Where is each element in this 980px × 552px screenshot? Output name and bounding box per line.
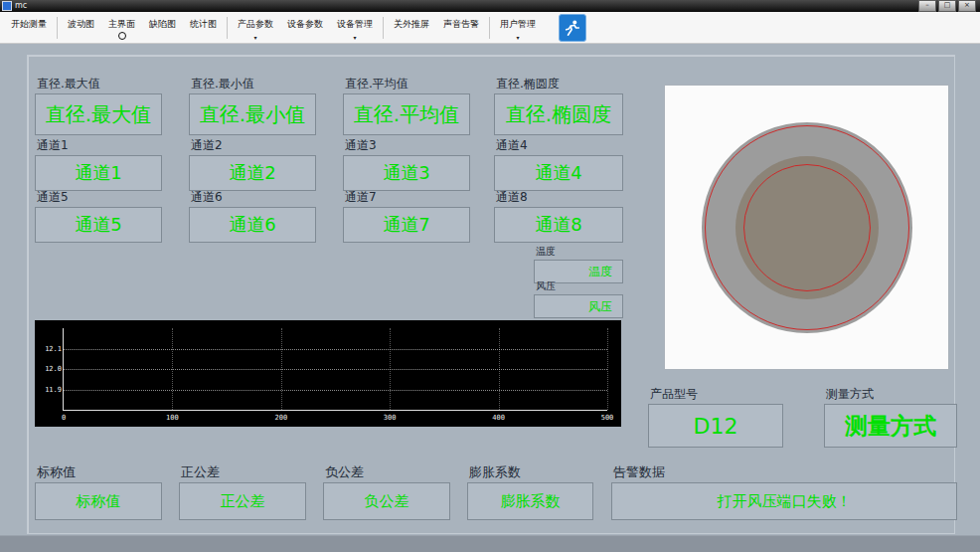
field-value-box: 通道2 [189, 155, 316, 191]
titlebar: mc – □ × [0, 0, 980, 12]
field-nominal-value: 标称值 标称值 [35, 463, 162, 520]
field-value-box: 通道4 [494, 155, 623, 191]
app-window: mc – □ × 开始测量 波动图 主界面 缺陷图 统计图 产品参数▾ 设备参数… [0, 0, 980, 552]
field-label: 通道4 [494, 137, 623, 154]
field-label: 直径.平均值 [343, 76, 470, 92]
dropdown-arrow-icon: ▾ [353, 34, 356, 41]
field-diameter-max: 直径.最大值 直径.最大值 [35, 76, 162, 135]
app-icon [2, 1, 12, 11]
dropdown-arrow-icon: ▾ [516, 34, 519, 41]
field-value-box: 标称值 [35, 482, 162, 520]
field-negative-tolerance: 负公差 负公差 [323, 463, 450, 520]
field-value-box: 负公差 [323, 482, 450, 520]
field-label: 风压 [534, 279, 623, 293]
gridline-vertical [281, 328, 282, 410]
cross-section-panel [664, 85, 949, 370]
field-expansion-coefficient: 膨胀系数 膨胀系数 [467, 463, 593, 520]
running-person-icon[interactable] [559, 14, 586, 42]
alarm-message-box: 打开风压端口失败！ [611, 482, 957, 520]
field-value-box: 通道7 [343, 207, 470, 243]
toolbar-button-main-screen[interactable]: 主界面 [101, 15, 142, 40]
field-label: 通道8 [494, 189, 623, 206]
field-label: 通道7 [343, 189, 470, 206]
field-label: 告警数据 [611, 463, 957, 481]
field-alarm-data: 告警数据 打开风压端口失败！ [611, 463, 957, 520]
inner-tolerance-ring [743, 164, 871, 291]
field-label: 产品型号 [648, 386, 783, 403]
field-value-box: D12 [648, 404, 783, 448]
toolbar-button-user-manage[interactable]: 用户管理▾ [493, 15, 543, 40]
toolbar-button-wave-chart[interactable]: 波动图 [61, 15, 101, 40]
x-axis-tick: 0 [62, 414, 66, 422]
field-label: 直径.最小值 [189, 76, 316, 92]
window-title: mc [15, 0, 27, 12]
x-axis-tick: 300 [384, 414, 397, 422]
gridline-horizontal [64, 390, 607, 391]
field-channel-4: 通道4 通道4 [494, 137, 623, 191]
gridline-vertical [390, 328, 391, 410]
y-axis-tick: 12.1 [38, 345, 62, 353]
field-value-box: 通道3 [343, 155, 470, 191]
field-positive-tolerance: 正公差 正公差 [179, 463, 306, 520]
field-diameter-avg: 直径.平均值 直径.平均值 [343, 76, 470, 135]
field-channel-5: 通道5 通道5 [35, 189, 162, 243]
field-label: 标称值 [35, 463, 162, 481]
toolbar-button-start-measure[interactable]: 开始测量 [4, 15, 54, 40]
gridline-vertical [607, 328, 608, 410]
field-channel-6: 通道6 通道6 [189, 189, 316, 243]
field-diameter-ovality: 直径.椭圆度 直径.椭圆度 [494, 76, 623, 135]
field-label: 通道2 [189, 137, 316, 154]
status-strip [0, 535, 980, 552]
field-label: 通道6 [189, 189, 316, 206]
gridline-vertical [499, 328, 500, 410]
gridline-horizontal [64, 349, 607, 350]
trend-chart: 12.1 12.0 11.9 0 100 200 300 400 500 [35, 320, 621, 427]
field-value-box: 膨胀系数 [467, 482, 593, 520]
field-value-box: 正公差 [179, 482, 306, 520]
field-value-box: 直径.平均值 [343, 93, 470, 135]
toolbar: 开始测量 波动图 主界面 缺陷图 统计图 产品参数▾ 设备参数 设备管理▾ 关外… [0, 12, 980, 44]
field-label: 膨胀系数 [467, 463, 593, 481]
chart-plot-area: 12.1 12.0 11.9 0 100 200 300 400 500 [63, 328, 607, 411]
toolbar-button-statistics-chart[interactable]: 统计图 [183, 15, 224, 40]
toolbar-button-defect-chart[interactable]: 缺陷图 [142, 15, 183, 40]
toolbar-separator [489, 17, 490, 39]
window-controls: – □ × [918, 0, 978, 12]
y-axis-tick: 12.0 [38, 365, 62, 373]
field-product-model: 产品型号 D12 [648, 386, 783, 448]
field-channel-7: 通道7 通道7 [343, 189, 470, 243]
field-channel-2: 通道2 通道2 [189, 137, 316, 191]
field-channel-1: 通道1 通道1 [35, 137, 162, 191]
close-button[interactable]: × [958, 0, 976, 12]
field-value-box: 通道5 [35, 207, 162, 243]
selected-radio-dot [118, 32, 126, 40]
toolbar-button-product-params[interactable]: 产品参数▾ [231, 15, 280, 40]
field-channel-8: 通道8 通道8 [494, 189, 623, 243]
x-axis-tick: 400 [492, 414, 505, 422]
field-label: 负公差 [323, 463, 450, 481]
field-diameter-min: 直径.最小值 直径.最小值 [189, 76, 316, 135]
x-axis-tick: 100 [166, 414, 179, 422]
toolbar-separator [57, 17, 58, 39]
field-label: 通道3 [343, 137, 470, 154]
toolbar-button-device-params[interactable]: 设备参数 [280, 15, 330, 40]
field-value-box: 测量方式 [824, 404, 957, 448]
toolbar-button-external-screen[interactable]: 关外推屏 [387, 15, 436, 40]
toolbar-separator [227, 17, 228, 39]
field-label: 测量方式 [824, 386, 957, 403]
x-axis-tick: 500 [601, 414, 614, 422]
toolbar-button-sound-alarm[interactable]: 声音告警 [436, 15, 486, 40]
maximize-button[interactable]: □ [938, 0, 956, 12]
toolbar-button-device-manage[interactable]: 设备管理▾ [330, 15, 380, 40]
field-label: 直径.最大值 [35, 76, 162, 92]
minimize-button[interactable]: – [918, 0, 936, 12]
field-value-box: 通道8 [494, 207, 623, 243]
field-value-box: 直径.最大值 [35, 93, 162, 135]
field-label: 直径.椭圆度 [494, 76, 623, 92]
field-temperature: 温度 温度 [534, 245, 623, 283]
gridline-horizontal [64, 369, 607, 370]
gridline-vertical [172, 328, 173, 410]
field-value-box: 风压 [534, 294, 623, 318]
field-value-box: 直径.最小值 [189, 93, 316, 135]
alarm-message: 打开风压端口失败！ [718, 492, 852, 511]
